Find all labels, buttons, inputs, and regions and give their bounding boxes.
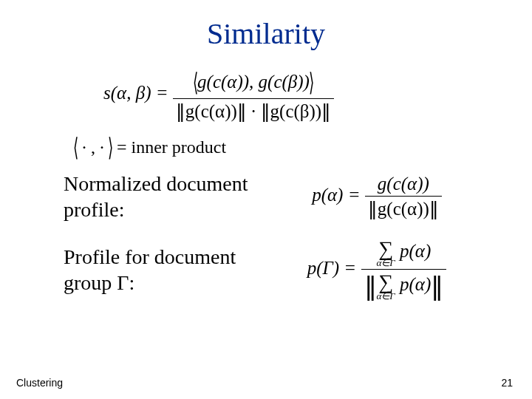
slide-title: Similarity bbox=[30, 16, 502, 51]
angle-right: ⟩ bbox=[309, 67, 314, 97]
sum-sub-top: α∈Γ bbox=[377, 258, 395, 267]
p-alpha-lhs: p(α) = bbox=[312, 185, 360, 205]
norm-left: ‖ bbox=[364, 273, 377, 300]
main-equation-block: s(α, β) = ⟨g(c(α)), g(c(β))⟩ ‖g(c(α))‖ ·… bbox=[103, 67, 502, 162]
eq-denominator: ‖g(c(α))‖ · ‖g(c(β))‖ bbox=[173, 99, 334, 122]
sum-icon: ∑α∈Γ bbox=[377, 272, 395, 301]
normalized-profile-label: Normalized document profile: bbox=[30, 171, 251, 222]
eq-lhs: s(α, β) = bbox=[103, 83, 168, 103]
angle-left: ⟨ bbox=[193, 67, 198, 97]
ip-angle-left: ⟨ bbox=[73, 132, 78, 162]
p-gamma-num: ∑α∈Γ p(α) bbox=[361, 239, 447, 270]
p-gamma-lhs: p(Γ) = bbox=[307, 258, 357, 278]
group-profile-row: Profile for document group Γ: p(Γ) = ∑α∈… bbox=[30, 239, 502, 301]
p-alpha-frac: g(c(α)) ‖g(c(α))‖ bbox=[365, 174, 442, 219]
p-gamma-frac: ∑α∈Γ p(α) ‖∑α∈Γ p(α)‖ bbox=[361, 239, 447, 301]
group-profile-label: Profile for document group Γ: bbox=[30, 244, 251, 296]
sum-icon: ∑α∈Γ bbox=[377, 239, 395, 267]
p-gamma-den-body: p(α) bbox=[395, 274, 432, 294]
p-gamma-den: ‖∑α∈Γ p(α)‖ bbox=[361, 270, 447, 301]
footer-topic: Clustering bbox=[16, 377, 63, 389]
normalized-profile-math: p(α) = g(c(α)) ‖g(c(α))‖ bbox=[251, 174, 502, 219]
normalized-profile-row: Normalized document profile: p(α) = g(c(… bbox=[30, 171, 502, 222]
slide-number: 21 bbox=[501, 377, 513, 389]
ip-angle-right: ⟩ bbox=[108, 132, 113, 162]
similarity-equation: s(α, β) = ⟨g(c(α)), g(c(β))⟩ ‖g(c(α))‖ ·… bbox=[103, 67, 502, 122]
p-gamma-num-body: p(α) bbox=[395, 241, 432, 261]
inner-product-definition: ⟨ · , · ⟩ = inner product bbox=[74, 132, 502, 162]
ip-dots: · , · bbox=[78, 137, 109, 157]
slide: Similarity s(α, β) = ⟨g(c(α)), g(c(β))⟩ … bbox=[0, 0, 532, 399]
eq-fraction: ⟨g(c(α)), g(c(β))⟩ ‖g(c(α))‖ · ‖g(c(β))‖ bbox=[173, 67, 334, 122]
sum-sub-bottom: α∈Γ bbox=[377, 291, 395, 301]
p-alpha-den: ‖g(c(α))‖ bbox=[365, 197, 442, 219]
norm-right: ‖ bbox=[431, 273, 443, 300]
eq-num-body: g(c(α)), g(c(β)) bbox=[197, 72, 310, 92]
p-alpha-num: g(c(α)) bbox=[365, 174, 442, 197]
eq-numerator: ⟨g(c(α)), g(c(β))⟩ bbox=[173, 67, 334, 99]
ip-text: = inner product bbox=[112, 137, 226, 157]
group-profile-math: p(Γ) = ∑α∈Γ p(α) ‖∑α∈Γ p(α)‖ bbox=[251, 239, 502, 301]
